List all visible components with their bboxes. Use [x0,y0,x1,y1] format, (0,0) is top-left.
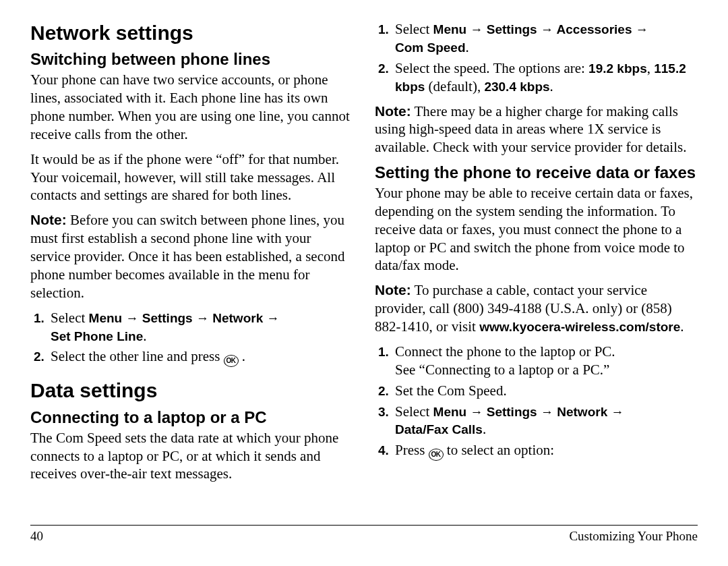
r-step-3-post: . [483,421,486,437]
page-number: 40 [30,528,43,544]
menu-path-com-speed: Menu → Settings → Accessories → Com Spee… [395,22,648,55]
page-footer: 40 Customizing Your Phone [30,525,698,544]
step-2: Select the other line and press OK . [48,347,353,367]
para-receive-intro: Your phone may be able to receive certai… [375,184,698,275]
r-step-1b: See “Connecting to a laptop or a PC.” [395,362,609,378]
para-switch-1: Your phone can have two service accounts… [30,71,353,144]
para-com-speed: The Com Speed sets the data rate at whic… [30,429,353,484]
para-speed-note: Note: There may be a higher charge for m… [375,103,698,157]
r-step-1a: Connect the phone to the laptop or PC. [395,343,615,360]
cs-step-2: Select the speed. The options are: 19.2 … [392,59,698,96]
note-label: Note: [30,212,67,227]
para-cable-note: Note: To purchase a cable, contact your … [375,281,698,336]
para-switch-2: It would be as if the phone were “off” f… [30,150,353,205]
note-speed-body: There may be a higher charge for making … [375,103,686,156]
steps-switch-line: Select Menu → Settings → Network → Set P… [30,309,353,368]
cs-sep-1: , [647,60,655,76]
cs-step-1-post: . [466,39,469,55]
step-2-pre: Select the other line and press [51,348,224,364]
store-url: www.kyocera-wireless.com/store [479,320,680,334]
cs-step-1-pre: Select [395,21,433,37]
para-switch-note: Note: Before you can switch between phon… [30,211,353,302]
steps-receive-data: Connect the phone to the laptop or PC. S… [375,343,698,461]
heading-connecting-pc: Connecting to a laptop or a PC [30,408,353,428]
r-step-2: Set the Com Speed. [392,382,698,400]
note-body: Before you can switch between phone line… [30,212,345,301]
speed-230-4: 230.4 kbps [484,80,549,94]
r-step-1: Connect the phone to the laptop or PC. S… [392,343,698,379]
cs-sep-2: (default), [425,78,484,94]
speed-19-2: 19.2 kbps [588,61,647,76]
cs-step-1: Select Menu → Settings → Accessories → C… [392,20,698,57]
heading-network-settings: Network settings [30,20,353,46]
note-label: Note: [375,103,411,119]
r-step-4: Press OK to select an option: [392,441,698,461]
cable-note-post: . [680,318,684,335]
r-step-3: Select Menu → Settings → Network → Data/… [392,403,698,439]
steps-com-speed: Select Menu → Settings → Accessories → C… [375,20,698,96]
heading-switching-lines: Switching between phone lines [30,50,353,69]
two-column-body: Network settings Switching between phone… [30,20,698,519]
heading-data-settings: Data settings [30,378,353,403]
step-1: Select Menu → Settings → Network → Set P… [48,309,353,345]
step-1-post: . [143,328,146,344]
note-label: Note: [375,282,411,298]
step-2-post: . [239,348,246,364]
r-step-3-pre: Select [395,403,433,420]
section-title: Customizing Your Phone [569,528,698,544]
ok-icon: OK [429,449,444,461]
step-1-pre: Select [51,310,89,326]
cs-step-2-post: . [550,78,553,94]
manual-page: Network settings Switching between phone… [0,0,728,566]
cs-step-2-pre: Select the speed. The options are: [395,60,588,76]
heading-receive-data-fax: Setting the phone to receive data or fax… [375,163,698,183]
r-step-4-post: to select an option: [447,442,554,458]
r-step-4-pre: Press [395,442,429,458]
ok-icon: OK [224,355,239,367]
